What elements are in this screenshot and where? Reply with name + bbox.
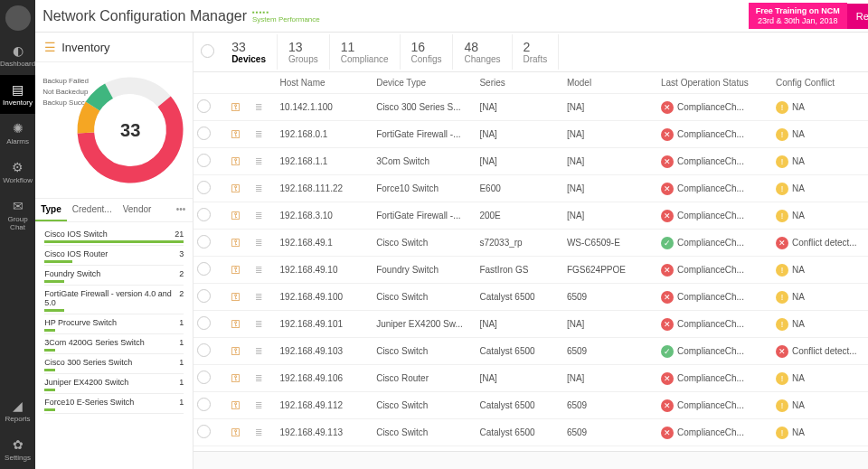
type-row[interactable]: Cisco IOS Router3: [44, 246, 184, 266]
backup-icon[interactable]: ≣: [255, 183, 262, 193]
key-icon[interactable]: ⚿: [231, 400, 241, 410]
row-checkbox[interactable]: [197, 343, 211, 357]
counter-devices[interactable]: 33Devices: [221, 34, 278, 70]
tab-credentials[interactable]: Credent...: [67, 199, 118, 221]
row-checkbox[interactable]: [197, 371, 211, 384]
col-operation[interactable]: Last Operation Status: [657, 72, 772, 94]
type-row[interactable]: HP Procurve Switch1: [44, 314, 184, 334]
inventory-title: Inventory: [61, 41, 109, 54]
system-performance: ▪▪▪▪▪ System Performance: [252, 9, 320, 23]
col-series[interactable]: Series: [476, 72, 562, 94]
counter-configs[interactable]: 16Configs: [401, 34, 454, 70]
device-grid[interactable]: Host Name Device Type Series Model Last …: [193, 72, 868, 451]
type-row[interactable]: Cisco IOS Switch21: [44, 226, 184, 246]
table-row[interactable]: ⚿≣192.168.49.103Cisco SwitchCatalyst 650…: [193, 338, 868, 365]
rail-settings[interactable]: ✿Settings: [5, 430, 31, 469]
backup-icon[interactable]: ≣: [255, 346, 262, 356]
type-row[interactable]: 3Com 4200G Series Switch1: [44, 334, 184, 354]
counter-drafts[interactable]: 2Drafts: [513, 34, 560, 70]
backup-icon[interactable]: ≣: [255, 427, 262, 437]
table-row[interactable]: ⚿≣192.168.49.106Cisco Router[NA][NA]✕Com…: [193, 365, 868, 392]
inventory-panel: ☰ Inventory Backup Failed Not Backedup B…: [35, 33, 193, 469]
backup-icon[interactable]: ≣: [255, 400, 262, 410]
type-list: Cisco IOS Switch21Cisco IOS Router3Found…: [35, 222, 193, 469]
row-checkbox[interactable]: [197, 235, 211, 249]
key-icon[interactable]: ⚿: [231, 427, 241, 437]
topbar: Network Configuration Manager ▪▪▪▪▪ Syst…: [35, 0, 868, 33]
training-banner[interactable]: Free Training on NCM 23rd & 30th Jan, 20…: [749, 3, 847, 29]
backup-icon[interactable]: ≣: [255, 211, 262, 220]
rail-dashboard[interactable]: ◐Dashboard: [0, 36, 35, 75]
backup-icon[interactable]: ≣: [255, 265, 262, 275]
col-hostname[interactable]: Host Name: [277, 72, 373, 94]
tab-type[interactable]: Type: [35, 199, 67, 221]
rail-inventory[interactable]: ▤Inventory: [0, 75, 35, 114]
type-row[interactable]: Force10 E-Series Switch1: [44, 394, 184, 414]
type-row[interactable]: Cisco 300 Series Switch1: [44, 354, 184, 374]
counter-changes[interactable]: 48Changes: [453, 34, 512, 70]
table-row[interactable]: ⚿≣192.168.49.1Cisco Switchs72033_rpWS-C6…: [193, 230, 868, 257]
key-icon[interactable]: ⚿: [231, 292, 241, 302]
key-icon[interactable]: ⚿: [231, 183, 241, 193]
table-row[interactable]: ⚿≣192.168.3.10FortiGate Firewall -...200…: [193, 202, 868, 230]
counter-groups[interactable]: 13Groups: [278, 34, 330, 70]
row-checkbox[interactable]: [197, 262, 211, 276]
rail-reports[interactable]: ◢Reports: [5, 391, 31, 430]
key-icon[interactable]: ⚿: [231, 373, 241, 383]
row-checkbox[interactable]: [197, 154, 211, 167]
type-row[interactable]: Juniper EX4200 Switch1: [44, 374, 184, 394]
counter-compliance[interactable]: 11Compliance: [330, 34, 401, 70]
table-row[interactable]: ⚿≣192.168.49.10Foundry SwitchFastIron GS…: [193, 257, 868, 284]
table-row[interactable]: ⚿≣192.168.49.100Cisco SwitchCatalyst 650…: [193, 284, 868, 311]
row-checkbox[interactable]: [197, 425, 211, 438]
rail-workflow[interactable]: ⚙Workflow: [0, 153, 35, 192]
type-row[interactable]: FortiGate Firewall - version 4.0 and 5.0…: [44, 286, 184, 314]
rail-alarms[interactable]: ✺Alarms: [0, 114, 35, 153]
backup-icon[interactable]: ≣: [255, 156, 262, 166]
key-icon[interactable]: ⚿: [231, 156, 241, 166]
table-row[interactable]: ⚿≣10.142.1.100Cisco 300 Series S...[NA][…: [193, 94, 868, 121]
rail-group-chat[interactable]: ✉Group Chat: [0, 192, 35, 239]
select-all-checkbox[interactable]: [201, 44, 214, 58]
table-row[interactable]: ⚿≣192.168.1.13Com Switch[NA][NA]✕Complia…: [193, 148, 868, 175]
row-checkbox[interactable]: [197, 398, 211, 411]
backup-icon[interactable]: ≣: [255, 292, 262, 302]
col-devicetype[interactable]: Device Type: [373, 72, 476, 94]
key-icon[interactable]: ⚿: [231, 129, 241, 139]
key-icon[interactable]: ⚿: [231, 319, 241, 329]
table-row[interactable]: ⚿≣192.168.49.113Cisco SwitchCatalyst 650…: [193, 419, 868, 446]
backup-icon[interactable]: ≣: [255, 129, 262, 139]
row-checkbox[interactable]: [197, 181, 211, 194]
grid-footer: « ‹ Page 1 › » View 1 - 33 of 33: [193, 451, 868, 469]
key-icon[interactable]: ⚿: [231, 102, 241, 112]
col-conflict[interactable]: Config Conflict: [772, 72, 868, 94]
key-icon[interactable]: ⚿: [231, 238, 241, 248]
counter-strip: 33Devices13Groups11Compliance16Configs48…: [193, 33, 868, 72]
avatar[interactable]: [5, 5, 31, 31]
row-checkbox[interactable]: [197, 316, 211, 330]
tab-more[interactable]: •••: [169, 199, 193, 221]
table-row[interactable]: ⚿≣192.168.0.1FortiGate Firewall -...[NA]…: [193, 121, 868, 148]
app-title: Network Configuration Manager: [42, 8, 247, 24]
backup-icon[interactable]: ≣: [255, 238, 262, 248]
table-row[interactable]: ⚿≣192.168.49.101Juniper EX4200 Sw...[NA]…: [193, 311, 868, 338]
row-checkbox[interactable]: [197, 289, 211, 303]
type-row[interactable]: Foundry Switch2: [44, 266, 184, 286]
table-row[interactable]: ⚿≣192.168.49.112Cisco SwitchCatalyst 650…: [193, 392, 868, 419]
key-icon[interactable]: ⚿: [231, 265, 241, 275]
row-checkbox[interactable]: [197, 99, 211, 113]
backup-icon[interactable]: ≣: [255, 319, 262, 329]
col-model[interactable]: Model: [563, 72, 657, 94]
key-icon[interactable]: ⚿: [231, 211, 241, 220]
key-icon[interactable]: ⚿: [231, 346, 241, 356]
nav-rail: ◐Dashboard▤Inventory✺Alarms⚙Workflow✉Gro…: [0, 0, 35, 469]
row-checkbox[interactable]: [197, 208, 211, 221]
table-row[interactable]: ⚿≣192.168.111.22Force10 SwitchE600[NA]✕C…: [193, 175, 868, 202]
menu-icon[interactable]: ☰: [44, 40, 56, 54]
backup-donut: 33: [71, 71, 189, 189]
backup-icon[interactable]: ≣: [255, 102, 262, 112]
register-button[interactable]: Register: [847, 4, 868, 29]
backup-icon[interactable]: ≣: [255, 373, 262, 383]
